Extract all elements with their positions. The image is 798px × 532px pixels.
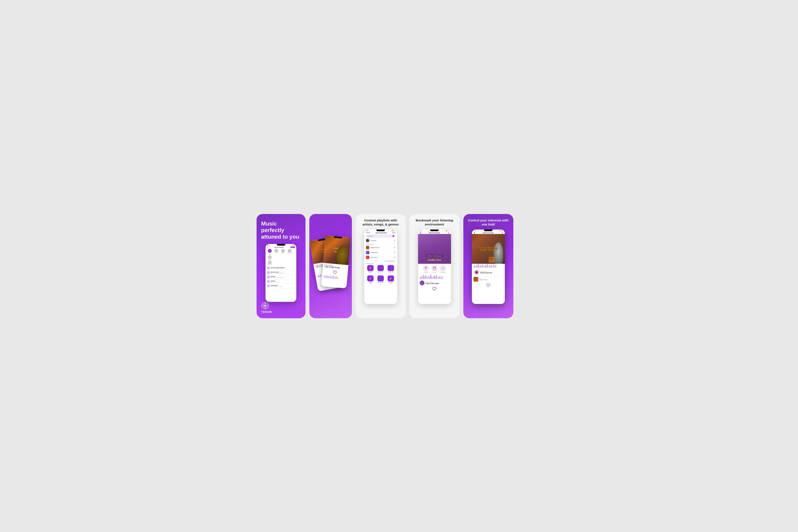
tenor-icon-svg [261, 302, 269, 309]
result-violent-femmes[interactable]: Violent Femmes + [364, 245, 397, 250]
person-icon-4: 👤 [420, 232, 421, 233]
phones-tilted-container: ArethaNow Aretha Franklin I Say a Little… [311, 230, 350, 302]
time-1: 9:02 [267, 245, 270, 246]
genre-alternative[interactable]: 🎸 Alternative + [366, 265, 375, 274]
genre-grunge[interactable]: 🎸 Grunge + [366, 276, 375, 285]
phone-control: 9:02 ▪▪ 📶 🔋 👤 My Personal Mix 🔖 Van Morr… [472, 229, 505, 304]
phone-bookmark: 9:02 ▪▪ 📶 🔋 👤 My Personal Mix 🔖 Bookmark… [418, 229, 451, 304]
search-input-text[interactable]: Pixies [370, 235, 392, 237]
panel-3-caption: Custom playlists with artists, songs, & … [356, 214, 406, 229]
result-name-pixies: The Pixies [370, 240, 393, 241]
phone-notch-1 [277, 244, 285, 246]
heart-btn-5[interactable] [472, 283, 505, 288]
cancel-btn[interactable]: Cancel [366, 232, 370, 233]
statue-silhouette [494, 243, 503, 264]
this-area-icon[interactable]: 📍 [423, 265, 429, 271]
result-pixies[interactable]: The Pixies ✓ [364, 238, 397, 243]
aretha-face-front [336, 245, 349, 265]
bookmark-icon-header[interactable]: 🔖 [448, 232, 449, 233]
genre-grid: 🎸 Alternative + 🎵 Decade - 80s + 🎵 Decad… [364, 264, 397, 286]
now-playing-info-4: Aretha Franklin I Say a Little Prayer [425, 281, 449, 284]
now-playing-4: ♪ Aretha Franklin I Say a Little Prayer [418, 279, 451, 286]
avatar-row-1: + Add artist,song, or genre Queen Jimi H… [266, 248, 296, 261]
van-cover: Van Morrison Blowin' Your Mind! [472, 234, 505, 264]
weather-label: The Weather [440, 272, 445, 273]
phone-title-1: ✕ My Personal Mix New Mix [266, 246, 296, 248]
avatar-pixies [366, 239, 369, 242]
search-nav: Cancel My Personal Mix Done [364, 232, 397, 234]
now-playing-song-4: I Say a Little Prayer [425, 283, 449, 284]
van-morrison-text: Van Morrison [479, 247, 498, 249]
this-time-label: This Time [433, 272, 436, 273]
genre-plus-80s[interactable]: + [380, 273, 381, 274]
hold-ring-inner [474, 270, 479, 274]
genre-90s-1[interactable]: 🎵 Decade - 90s + [386, 265, 396, 274]
playlist-item-1[interactable]: 🎵 Kids are in the car The Cars, Depeche … [266, 270, 296, 275]
signal-3: ▪▪ 📶 🔋 [391, 230, 396, 231]
playlist-item-2[interactable]: 🎵 New Wave The Cure, Depeche Mode, Talki… [266, 275, 296, 279]
genre-label-80s: Decade - 80s [378, 271, 384, 272]
genre-plus-90s-2[interactable]: + [380, 283, 381, 285]
panel-hero: Music perfectly attuned to you 9:02 ▪▪▪ … [256, 214, 305, 318]
genre-alt-2[interactable]: 🎸 Alternative + [386, 276, 396, 285]
tenor-logo: TENOR [261, 302, 301, 314]
avatar-violent-femmes [366, 246, 369, 249]
search-clear-btn[interactable]: ✕ [393, 235, 394, 237]
genre-90s-2[interactable]: 🎵 Decade - 90s + [376, 276, 385, 285]
time-3: 9:02 [366, 230, 368, 231]
genre-label-alt-2: Alternative [388, 282, 393, 283]
panel-control: Control your interests with one hold 9:0… [463, 214, 513, 318]
playing-info-back: Aretha Franklin I Say a Little Prayer [314, 260, 340, 269]
plus-vf[interactable]: + [394, 246, 396, 249]
genre-icon-grunge: 🎸 [367, 276, 374, 281]
result-breeders[interactable]: The Breeders + [364, 250, 397, 255]
heart-btn-back[interactable] [314, 265, 340, 274]
weather-icon[interactable]: ⛅ [440, 265, 446, 271]
playlist-text-2: New Wave The Cure, Depeche Mode, Talking… [271, 276, 295, 278]
playlist-item-4[interactable]: 🎵 Leave Me Alone Joy Division, Patti Smi… [266, 284, 296, 288]
genre-icon-90s-1: 🎵 [387, 265, 394, 271]
playlist-icon-2: 🎵 [267, 276, 270, 279]
genre-80s[interactable]: 🎵 Decade - 80s + [376, 265, 385, 274]
genre-plus-alt-2[interactable]: + [390, 283, 391, 285]
control-nav: 👤 My Personal Mix 🔖 [472, 232, 505, 234]
panel-5-caption: Control your interests with one hold [463, 214, 513, 229]
bookmark-this-time[interactable]: ⏰ This Time [432, 265, 437, 273]
heart-btn-4[interactable] [418, 286, 451, 292]
hero-headline: Music perfectly attuned to you [261, 221, 301, 240]
genre-label-grunge: Grunge [369, 282, 372, 283]
avatar-queen: Queen [273, 249, 279, 254]
bookmark-icon-5[interactable]: 🔖 [502, 232, 503, 233]
genre-label-90s-1: Decade - 90s [388, 271, 394, 272]
avatar-jimi: Jimi Hendrix [280, 249, 286, 254]
heart-btn-front[interactable] [322, 268, 348, 276]
showcase-container: Music perfectly attuned to you 9:02 ▪▪▪ … [256, 214, 542, 318]
bookmark-album-cover: Bookmark a listening spot Aretha Now [418, 234, 451, 264]
result-sonic-youth[interactable]: Sonic Youth + [364, 255, 397, 260]
now-playing-info-5: Van Morrison Brown Eyed Girl [480, 271, 503, 273]
plus-breeders[interactable]: + [394, 251, 396, 253]
genre-plus-90s-1[interactable]: + [390, 273, 391, 274]
bookmark-this-area[interactable]: 📍 This Area [423, 265, 429, 273]
avatar-breeders [366, 251, 369, 254]
playlist-item-3[interactable]: 🎵 Stuff I like Pink, Alternative, 80s, S… [266, 279, 296, 284]
bookmark-weather[interactable]: ⛅ The Weather [440, 265, 446, 273]
playlist-icon-4: 🎵 [267, 284, 270, 287]
done-btn[interactable]: Done [392, 232, 396, 233]
avatar-add[interactable]: + Add artist,song, or genre [267, 249, 273, 254]
genre-plus-grunge[interactable]: + [370, 283, 371, 285]
personal-mix-1: My Personal Mix [274, 247, 284, 248]
related-genres-label: Related Genres [364, 262, 397, 264]
genre-plus-alt[interactable]: + [370, 273, 371, 274]
bookmark-spot-label: Bookmark a listening spot [426, 255, 443, 257]
result-name-breeders: The Breeders [370, 252, 393, 253]
panel-4-caption: Bookmark your listening environment [410, 214, 459, 229]
genre-icon-alt-2: 🎸 [387, 276, 394, 281]
plus-sy[interactable]: + [394, 256, 396, 259]
hold-indicator[interactable] [474, 269, 479, 275]
this-time-icon[interactable]: ⏰ [432, 265, 437, 271]
playing-song-back: I Say a Little Prayer [316, 262, 338, 268]
see-all-link[interactable]: See all related artists > [364, 260, 397, 262]
search-bar[interactable]: 🔍 Pixies ✕ [366, 235, 396, 238]
playlist-item-0[interactable]: 🎵 The Velvet Underground Radio Simon & G… [266, 266, 296, 270]
